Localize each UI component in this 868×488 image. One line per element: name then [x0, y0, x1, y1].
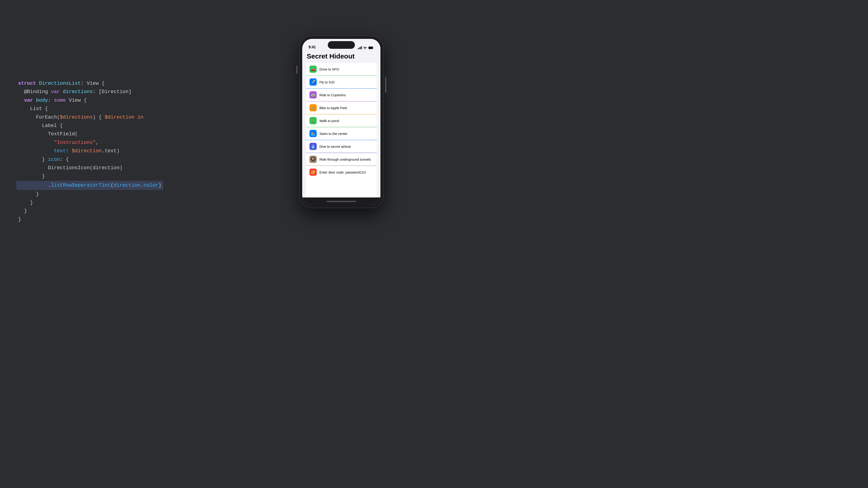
list-item[interactable]: 🚗Drive to SFO [306, 63, 377, 76]
list-item-icon: ✈️ [309, 78, 317, 86]
code-panel: struct DirectionsList: View { @Binding v… [0, 0, 262, 244]
list-item[interactable]: ✈️Fly to SJC [306, 76, 377, 89]
close1: } [18, 190, 249, 198]
list-item[interactable]: 💧Dive to secret airlock [306, 140, 377, 153]
phone-screen: 9:41 [302, 39, 380, 205]
list-item-icon: 🚎 [309, 91, 317, 98]
signal-icon [358, 46, 362, 49]
svg-rect-1 [369, 46, 373, 49]
list-item-label: Ride through underground tunnels [319, 158, 371, 161]
app-content: Secret Hideout 🚗Drive to SFO✈️Fly to SJC… [302, 51, 380, 197]
home-bar [327, 201, 356, 202]
status-icons [358, 46, 374, 49]
close4: } [18, 215, 249, 224]
list-item-label: Swim to the center [319, 132, 347, 135]
directions-list: 🚗Drive to SFO✈️Fly to SJC🚎Ride to Cupert… [306, 63, 377, 197]
list-item-label: Walk to pond [319, 119, 339, 123]
list-item[interactable]: 🚲Bike to Apple Park [306, 101, 377, 114]
highlight-line: .listRowSeparatorTint(direction.color) [16, 181, 163, 190]
var-body: var body: some View { [18, 96, 249, 105]
icon-open: } icon: { [18, 156, 249, 164]
phone-container: 9:41 [262, 0, 434, 244]
close3: } [18, 207, 249, 215]
binding-line: @Binding var directions: [Direction] [18, 88, 249, 96]
list-item-label: Drive to SFO [319, 67, 339, 71]
app-title: Secret Hideout [302, 51, 380, 63]
list-item[interactable]: 🔐Enter door code: password123 [306, 166, 377, 178]
list-item[interactable]: 🏊Swim to the center [306, 127, 377, 140]
status-time: 9:41 [309, 45, 316, 49]
list-item-icon: 🚲 [309, 104, 317, 111]
list-item-icon: 🚗 [309, 66, 317, 73]
battery-icon [368, 46, 374, 49]
code-block: struct DirectionsList: View { @Binding v… [18, 3, 249, 241]
list-item-icon: 🔐 [309, 168, 317, 176]
list-item-icon: 💧 [309, 143, 317, 150]
list-item-label: Bike to Apple Park [319, 106, 347, 110]
diricon: DirectionsIcon(direction) [18, 164, 249, 172]
foreach: ForEach($directions) { $direction in [18, 113, 249, 122]
list-item-icon: 🏊 [309, 130, 317, 137]
highlighted: .listRowSeparatorTint(direction.color) [18, 181, 249, 190]
text-param: text: $direction.text) [18, 147, 249, 155]
icon-close: } [18, 172, 249, 181]
list-item[interactable]: 🚎Ride to Cupertino [306, 89, 377, 101]
close2: } [18, 199, 249, 207]
wifi-icon [363, 46, 367, 49]
list-open: List { [18, 105, 249, 113]
struct-line: struct DirectionsList: View { [18, 79, 249, 88]
list-item[interactable]: 🚶Walk to pond [306, 114, 377, 127]
list-item-label: Fly to SJC [319, 80, 335, 84]
list-item-label: Enter door code: password123 [319, 170, 366, 174]
list-item-label: Dive to secret airlock [319, 144, 351, 149]
list-item-icon: 🚶 [309, 117, 317, 124]
phone-device: 9:41 [300, 36, 383, 208]
list-item[interactable]: 🚇Ride through underground tunnels [306, 153, 377, 166]
home-indicator [302, 197, 380, 205]
dynamic-island [328, 41, 355, 49]
string-inst: "Instructions", [18, 138, 249, 147]
comment-line [18, 20, 249, 45]
label-open: Label { [18, 122, 249, 130]
textfield-open: TextField( [18, 130, 249, 138]
list-item-icon: 🚇 [309, 156, 317, 163]
list-item-label: Ride to Cupertino [319, 93, 346, 97]
